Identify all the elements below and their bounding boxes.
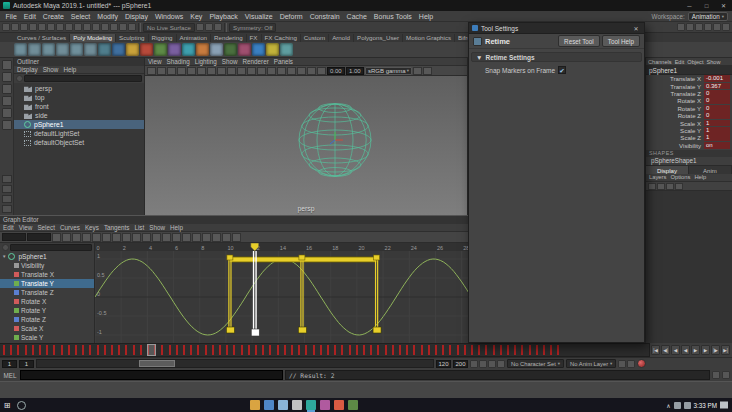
graph-editor-menu-item[interactable]: Help — [170, 224, 183, 231]
graph-tree-channel[interactable]: Translate Y — [0, 279, 94, 288]
snap-to-curve-icon[interactable] — [92, 23, 100, 31]
graph-editor-menu-item[interactable]: View — [19, 224, 33, 231]
select-by-hierarchy-icon[interactable] — [56, 23, 64, 31]
reset-tool-button[interactable]: Reset Tool — [558, 35, 600, 47]
lock-camera-icon[interactable] — [157, 67, 166, 75]
graph-editor-menu-item[interactable]: Keys — [85, 224, 99, 231]
construction-history-icon[interactable] — [214, 23, 222, 31]
Rotate Z[interactable]: Rotate Z 0 — [646, 112, 732, 119]
grease-pencil-icon[interactable] — [217, 67, 226, 75]
viewport-settings-icon[interactable] — [423, 67, 432, 75]
isolate-select-icon[interactable] — [207, 67, 216, 75]
shelf-separate-icon[interactable] — [168, 43, 181, 56]
outliner-menu-item[interactable]: Help — [63, 66, 76, 73]
graph-editor-menu-item[interactable]: List — [134, 224, 144, 231]
Scale X[interactable]: Scale X 1 — [646, 119, 732, 126]
step-tangents-icon[interactable] — [122, 233, 131, 242]
network-icon[interactable] — [674, 402, 681, 409]
command-result[interactable]: // Result: 2 — [285, 370, 710, 380]
select-by-object-icon[interactable] — [65, 23, 73, 31]
layer-list[interactable] — [646, 191, 732, 345]
rotate-tool-icon[interactable] — [2, 108, 12, 118]
start-button[interactable]: ⊞ — [0, 401, 14, 410]
free-tangent-weight-icon[interactable] — [182, 233, 191, 242]
search-input[interactable] — [10, 244, 92, 251]
anim-layer-toggle-icon[interactable] — [722, 23, 730, 31]
menu-item[interactable]: Visualize — [241, 13, 276, 20]
taskbar-app-browser[interactable] — [264, 400, 274, 410]
outliner-item[interactable]: top — [14, 93, 144, 102]
menu-item[interactable]: Bonus Tools — [370, 13, 415, 20]
shelf-disc-icon[interactable] — [98, 43, 111, 56]
new-scene-icon[interactable] — [11, 23, 19, 31]
viewport-menu-item[interactable]: Shading — [167, 58, 190, 65]
exposure-field[interactable]: 0.00 — [327, 67, 345, 75]
graph-tree-channel[interactable]: Rotate X — [0, 297, 94, 306]
insert-keys-icon[interactable] — [62, 233, 71, 242]
workspace-selector[interactable]: Animation ▾ — [688, 12, 728, 21]
shelf-target-weld-icon[interactable] — [252, 43, 265, 56]
snap-to-view-plane-icon[interactable] — [119, 23, 127, 31]
shelf-extrude-icon[interactable] — [196, 43, 209, 56]
viewport-menu-item[interactable]: Lighting — [195, 58, 217, 65]
playback-end-field[interactable]: 120 — [436, 360, 451, 368]
mute-icon[interactable] — [497, 360, 505, 368]
selection-mask-menu-icon[interactable] — [2, 23, 10, 31]
command-input[interactable] — [20, 370, 283, 380]
Rotate X[interactable]: Rotate X 0 — [646, 97, 732, 104]
menu-item[interactable]: Constrain — [306, 13, 343, 20]
break-tangents-icon[interactable] — [162, 233, 171, 242]
gamma-field[interactable]: 1.00 — [346, 67, 364, 75]
taskbar-app-media[interactable] — [334, 400, 344, 410]
post-infinity-icon[interactable] — [232, 233, 241, 242]
channel-value-field[interactable]: 0.367 — [704, 83, 730, 90]
value-snap-icon[interactable] — [212, 233, 221, 242]
outliner-item[interactable]: side — [14, 111, 144, 120]
search-input[interactable] — [24, 75, 142, 82]
new-layer-icon[interactable] — [648, 183, 656, 190]
shelf-tab[interactable]: Custom — [301, 34, 329, 42]
shelf-tab[interactable]: FX Caching — [262, 34, 301, 42]
image-plane-icon[interactable] — [187, 67, 196, 75]
select-by-component-icon[interactable] — [74, 23, 82, 31]
loop-mode-icon[interactable] — [479, 360, 487, 368]
shelf-cylinder-icon[interactable] — [42, 43, 55, 56]
move-layer-down-icon[interactable] — [675, 183, 683, 190]
taskbar-app-settings[interactable] — [348, 400, 358, 410]
2d-pan-zoom-icon[interactable] — [197, 67, 206, 75]
lasso-tool-icon[interactable] — [2, 72, 12, 82]
plateau-tangents-icon[interactable] — [132, 233, 141, 242]
render-view-icon[interactable] — [677, 23, 685, 31]
graph-tree-channel[interactable]: Visibility — [0, 261, 94, 270]
scale-tool-icon[interactable] — [2, 120, 12, 130]
resolution-gate-icon[interactable] — [317, 67, 326, 75]
channel-value-field[interactable]: 1 — [704, 127, 730, 134]
menu-item[interactable]: Edit — [20, 13, 39, 20]
single-pane-layout-icon[interactable] — [2, 175, 12, 183]
taskbar-search-icon[interactable] — [17, 401, 26, 410]
display-layer-toggle-icon[interactable] — [713, 23, 721, 31]
range-slider-handle[interactable] — [139, 360, 175, 367]
channel-value-field[interactable]: 0 — [704, 105, 730, 112]
redo-icon[interactable] — [47, 23, 55, 31]
persp-outliner-layout-icon[interactable] — [2, 195, 12, 203]
spline-tangents-icon[interactable] — [82, 233, 91, 242]
range-slider[interactable] — [36, 359, 434, 368]
move-tool-icon[interactable] — [2, 96, 12, 106]
graph-tree-channel[interactable]: Rotate Z — [0, 315, 94, 324]
snap-markers-checkbox[interactable]: ✔ — [558, 66, 566, 74]
channel-value-field[interactable]: 0 — [704, 97, 730, 104]
Translate Z[interactable]: Translate Z 0 — [646, 90, 732, 97]
motion-blur-icon[interactable] — [287, 67, 296, 75]
channel-value-field[interactable]: on — [704, 142, 730, 149]
shelf-tab[interactable]: Curves / Surfaces — [14, 34, 70, 42]
taskbar-clock[interactable]: 3:33 PM — [694, 402, 717, 409]
shelf-combine-icon[interactable] — [154, 43, 167, 56]
shelf-tab[interactable]: Rigging — [149, 34, 177, 42]
step-forward-key-button[interactable]: |▶ — [711, 345, 720, 355]
paint-select-tool-icon[interactable] — [2, 84, 12, 94]
sphere-wireframe[interactable] — [297, 102, 373, 178]
taskbar-app-maya[interactable] — [306, 400, 316, 410]
tool-settings-title-bar[interactable]: Tool Settings ✕ — [469, 23, 644, 34]
step-back-key-button[interactable]: ◀| — [661, 345, 670, 355]
